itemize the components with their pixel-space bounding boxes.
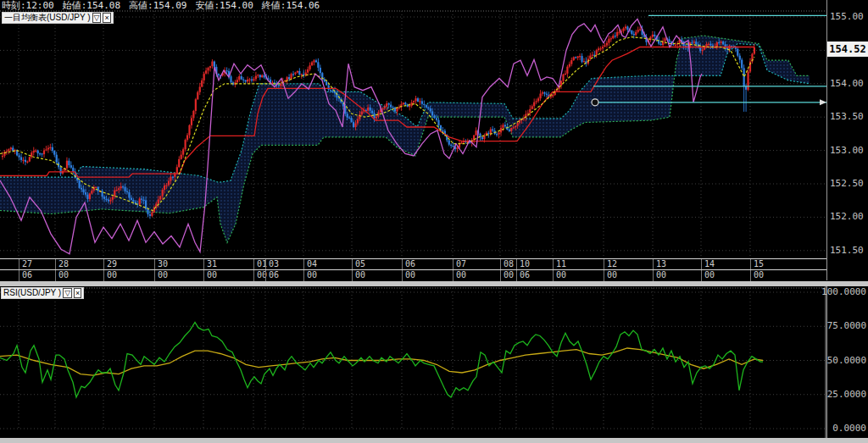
x-axis-day-label: 31	[207, 259, 217, 269]
x-axis-day-label: 30	[158, 259, 168, 269]
x-axis-hour-label: 00	[556, 270, 566, 280]
x-axis-hour-label: 00	[107, 270, 117, 280]
x-axis-hour-label: 00	[656, 270, 666, 280]
x-axis-tick	[55, 270, 56, 281]
quote-open: 始値:154.08	[63, 0, 120, 11]
x-axis-tick	[265, 270, 266, 281]
quote-high: 高値:154.09	[129, 0, 186, 11]
x-axis-hour-label: 00	[754, 270, 764, 280]
rsi-line-rsi_green	[0, 322, 763, 397]
x-axis-tick	[154, 270, 155, 281]
price-axis-label: 152.00	[830, 212, 864, 222]
x-axis-day-label: 03	[269, 259, 279, 269]
collapse-icon[interactable]: ▽	[63, 288, 72, 298]
line-end-marker	[820, 99, 826, 105]
rsi-axis-label: 50.0000	[827, 356, 866, 366]
x-axis-hour-label: 00	[58, 270, 69, 280]
x-axis-tick	[352, 270, 353, 281]
ichimoku-indicator-label[interactable]: 一目均衡表(USD/JPY ) ▽ ×	[2, 12, 114, 24]
x-axis-day-label: 06	[405, 259, 415, 269]
bottom-scrollbar[interactable]	[0, 438, 868, 443]
x-axis-hour-label: 00	[307, 270, 317, 280]
price-axis-label: 153.00	[830, 146, 864, 156]
x-axis-day-label: 07	[456, 259, 466, 269]
main-chart-canvas[interactable]	[0, 0, 826, 258]
x-axis-hour-label: 00	[207, 270, 217, 280]
rsi-chart-canvas[interactable]	[0, 286, 826, 438]
x-axis-tick	[750, 270, 751, 281]
quote-time: 時刻:12:00	[2, 0, 54, 11]
x-axis-tick	[500, 270, 501, 281]
x-axis-tick	[203, 270, 204, 281]
x-axis-tick	[516, 270, 517, 281]
x-axis-day-label: 11	[556, 259, 566, 269]
x-axis-tick	[604, 270, 604, 281]
rsi-label-text: RSI(USD/JPY )	[3, 288, 61, 298]
rsi-axis-label: 75.0000	[827, 321, 866, 331]
quote-close: 終値:154.06	[262, 0, 320, 11]
x-axis-day-label: 05	[355, 259, 365, 269]
close-icon[interactable]: ×	[103, 13, 110, 23]
x-axis-tick	[253, 270, 254, 281]
x-axis-tick	[103, 270, 104, 281]
x-axis-hour-label: 00	[704, 270, 715, 280]
x-axis-day-label: 14	[704, 259, 715, 269]
x-axis-day-label: 13	[656, 259, 666, 269]
x-axis-day-label: 15	[754, 259, 764, 269]
close-icon[interactable]: ×	[74, 288, 81, 298]
x-axis-tick	[19, 270, 19, 281]
ichimoku-label-text: 一目均衡表(USD/JPY )	[4, 13, 91, 23]
rsi-grid	[0, 288, 826, 429]
x-axis-day-label: 27	[22, 259, 32, 269]
x-axis-day-label: 10	[520, 259, 530, 269]
x-axis-hour-label: 00	[504, 270, 514, 280]
quote-bar: 時刻:12:00 始値:154.08 高値:154.09 安値:154.00 終…	[2, 0, 824, 11]
rsi-axis-label: 25.0000	[827, 390, 866, 400]
x-axis-tick	[453, 270, 453, 281]
x-axis-day-label: 28	[58, 259, 69, 269]
x-axis-hour-label: 06	[520, 270, 530, 280]
x-axis-tick	[653, 270, 654, 281]
price-axis-label: 155.00	[830, 12, 864, 22]
price-axis-label: 153.50	[830, 112, 864, 122]
x-axis-hour-label: 06	[269, 270, 279, 280]
x-axis-hour-label: 00	[405, 270, 415, 280]
collapse-icon[interactable]: ▽	[92, 13, 102, 23]
x-axis-hour-label: 06	[22, 270, 32, 280]
x-axis-day-label: 12	[607, 259, 617, 269]
price-axis-label: 152.50	[830, 179, 864, 189]
price-axis-label: 154.00	[830, 79, 864, 89]
quote-low: 安値:154.00	[195, 0, 253, 11]
x-axis-day-row: 272829303101030405060708101112131415	[0, 258, 826, 270]
x-axis-hour-label: 00	[355, 270, 365, 280]
rsi-axis-label: 0.0000	[832, 424, 866, 434]
price-axis-label: 151.50	[830, 246, 864, 256]
x-axis-tick	[701, 270, 702, 281]
x-axis-day-label: 29	[107, 259, 117, 269]
x-axis-hour-label: 00	[158, 270, 168, 280]
price-axis: 154.52 155.00154.50154.00153.50153.00152…	[826, 0, 868, 280]
rsi-axis: 100.000075.000050.000025.00000.0000	[826, 286, 868, 438]
panel-separator[interactable]	[0, 281, 868, 286]
ichimoku-cloud	[0, 36, 810, 242]
x-axis-tick	[303, 270, 304, 281]
rsi-axis-label: 100.0000	[821, 287, 866, 297]
rsi-indicator-label[interactable]: RSI(USD/JPY ) ▽ ×	[1, 287, 84, 299]
x-axis-hour-label: 00	[607, 270, 617, 280]
x-axis-day-label: 08	[504, 259, 514, 269]
x-axis-tick	[402, 270, 403, 281]
x-axis-hour-label: 00	[456, 270, 466, 280]
x-axis-hour-row: 060000000000060000000000060000000000	[0, 269, 826, 282]
x-axis-tick	[553, 270, 554, 281]
line-drag-handle[interactable]	[592, 99, 598, 106]
trading-chart-window: 時刻:12:00 始値:154.08 高値:154.09 安値:154.00 終…	[0, 0, 868, 443]
x-axis-day-label: 04	[307, 259, 317, 269]
current-price-badge: 154.52	[827, 42, 868, 57]
